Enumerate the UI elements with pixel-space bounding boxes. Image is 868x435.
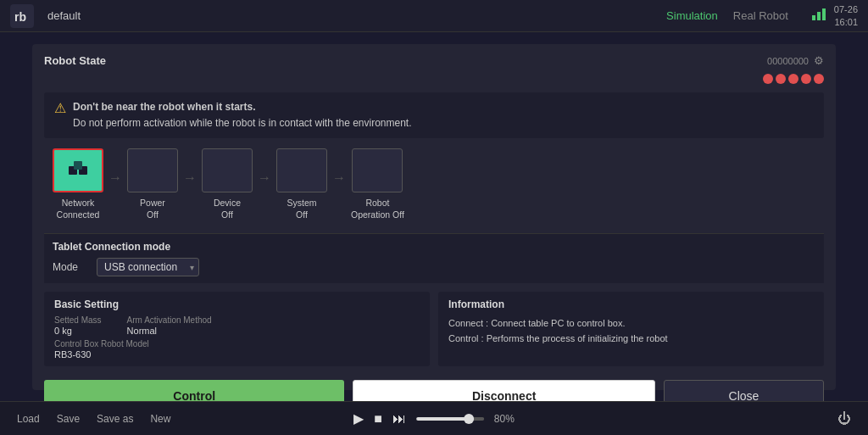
arrow-4: → [327,170,351,186]
mode-row: Mode USB connection WiFi connection ▾ [53,258,815,276]
robot-state-title: Robot State [44,54,106,67]
workspace-name: default [47,9,81,22]
control-box-label: Control Box Robot Model [54,339,420,349]
mode-realrobot[interactable]: Real Robot [733,9,788,22]
mode-select[interactable]: USB connection WiFi connection [97,258,199,276]
robot-serial-area: 00000000 ⚙ [767,54,824,67]
power-button[interactable]: ⏻ [837,411,851,427]
warning-line1: Don't be near the robot when it starts. [73,99,412,115]
gear-icon[interactable]: ⚙ [814,54,824,67]
warning-icon: ⚠ [54,100,66,116]
step-power[interactable]: PowerOff [127,148,178,220]
file-actions: Load Save Save as New [17,413,170,425]
warning-text: Don't be near the robot when it starts. … [73,99,412,131]
step-robot-operation[interactable]: RobotOperation Off [351,148,404,220]
step-label-device: DeviceOff [214,198,241,220]
step-device[interactable]: DeviceOff [202,148,253,220]
status-dot-3 [788,74,798,84]
tablet-connection-title: Tablet Connection mode [53,241,815,253]
arm-activation-field: Arm Activation Method Normal [127,315,212,336]
status-dot-1 [763,74,773,84]
basic-setting-title: Basic Setting [54,298,420,310]
information-panel: Information Connect : Connect table PC t… [438,292,824,366]
status-dot-2 [776,74,786,84]
play-button[interactable]: ▶ [353,410,364,427]
save-as-button[interactable]: Save as [97,413,133,425]
step-box-device[interactable] [202,148,253,192]
step-box-network[interactable] [53,148,103,192]
control-box-value: RB3-630 [54,349,420,360]
skip-button[interactable]: ⏭ [392,411,406,427]
svg-text:rb: rb [14,10,26,24]
rb-logo-icon: rb [10,4,34,28]
topbar-right: 07-26 16:01 [809,3,858,28]
topbar: rb default Simulation Real Robot 07-26 1… [0,0,868,32]
main-panel: Robot State 00000000 ⚙ ⚠ Don't be near t… [32,44,836,390]
svg-rect-3 [817,12,821,20]
step-box-robot-operation[interactable] [352,148,403,192]
mode-switcher: Simulation Real Robot [666,9,788,22]
step-label-system: SystemOff [287,198,316,220]
information-title: Information [448,298,814,310]
step-label-robot-operation: RobotOperation Off [351,198,404,220]
logo: rb [10,4,34,28]
basic-setting-panel: Basic Setting Setted Mass 0 kg Arm Activ… [44,292,430,366]
playback-controls: ▶ ■ ⏭ 80% [353,410,515,427]
robot-state-header: Robot State 00000000 ⚙ [44,54,824,67]
mode-simulation[interactable]: Simulation [666,9,718,22]
load-button[interactable]: Load [17,413,40,425]
robot-steps: NetworkConnected → PowerOff → DeviceOff … [44,148,824,220]
status-indicators [44,74,824,84]
arrow-1: → [103,170,127,186]
topbar-datetime: 07-26 16:01 [834,3,858,28]
arm-activation-label: Arm Activation Method [127,315,212,325]
step-label-power: PowerOff [140,198,165,220]
step-network[interactable]: NetworkConnected [53,148,103,220]
bottom-sections: Basic Setting Setted Mass 0 kg Arm Activ… [44,292,824,366]
warning-box: ⚠ Don't be near the robot when it starts… [44,92,824,138]
svg-rect-7 [74,161,82,170]
warning-line2: Do not perform activation while the robo… [73,115,412,131]
status-dot-5 [814,74,824,84]
volume-handle [464,414,474,424]
status-dot-4 [801,74,811,84]
svg-rect-4 [822,8,826,20]
control-box-field: Control Box Robot Model RB3-630 [54,339,420,360]
robot-serial: 00000000 [767,56,809,66]
basic-setting-row1: Setted Mass 0 kg Arm Activation Method N… [54,315,420,336]
bottom-toolbar: Load Save Save as New ▶ ■ ⏭ 80% ⏻ [0,401,868,435]
arrow-3: → [253,170,276,186]
svg-rect-2 [812,15,815,20]
mode-select-wrapper[interactable]: USB connection WiFi connection ▾ [97,258,199,276]
information-line1: Connect : Connect table PC to control bo… [448,315,814,332]
network-status-icon [809,3,829,24]
setted-mass-field: Setted Mass 0 kg [54,315,102,336]
network-icon [67,159,89,181]
setted-mass-value: 0 kg [54,326,102,336]
setted-mass-label: Setted Mass [54,315,102,325]
step-box-system[interactable] [276,148,327,192]
power-section: ⏻ [837,411,851,427]
arm-activation-value: Normal [127,326,212,336]
tablet-connection-section: Tablet Connection mode Mode USB connecti… [44,233,824,283]
step-system[interactable]: SystemOff [276,148,327,220]
volume-percentage: 80% [494,413,515,425]
save-button[interactable]: Save [57,413,80,425]
new-button[interactable]: New [150,413,170,425]
step-box-power[interactable] [127,148,178,192]
information-line2: Control : Performs the process of initia… [448,331,814,347]
mode-label: Mode [53,261,86,273]
volume-slider[interactable] [416,417,484,421]
step-label-network: NetworkConnected [57,198,100,220]
stop-button[interactable]: ■ [374,411,382,427]
arrow-2: → [178,170,202,186]
